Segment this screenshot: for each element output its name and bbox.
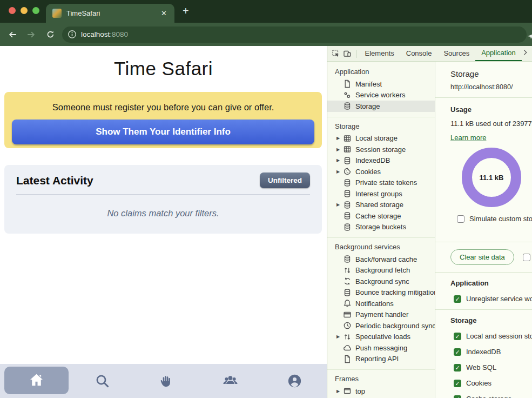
simulate-quota-checkbox[interactable] bbox=[457, 215, 464, 223]
filter-button[interactable]: Unfiltered bbox=[260, 173, 310, 188]
devtools-panel: ElementsConsoleSourcesApplication Applic… bbox=[327, 46, 532, 398]
devtools-tab-sources[interactable]: Sources bbox=[437, 46, 475, 61]
tree-item-cache-storage[interactable]: Cache storage bbox=[327, 210, 435, 222]
forward-button[interactable] bbox=[24, 28, 38, 42]
fetch-icon bbox=[343, 333, 352, 341]
table-icon bbox=[343, 134, 352, 143]
tree-section-application: ApplicationManifestService workersStorag… bbox=[327, 63, 435, 112]
clear-site-data-button[interactable]: Clear site data bbox=[450, 249, 514, 265]
expander-icon[interactable]: ▶ bbox=[336, 389, 343, 394]
checkbox-row-indexeddb: ✓IndexedDB bbox=[450, 348, 532, 356]
file-icon bbox=[343, 79, 352, 88]
expander-icon[interactable]: ▶ bbox=[336, 147, 343, 152]
storage-panel: Storage http://localhost:8080/ Usage 11.… bbox=[435, 62, 532, 398]
tree-item-label: Manifest bbox=[355, 80, 382, 88]
learn-more-link[interactable]: Learn more bbox=[450, 134, 486, 142]
tree-section-title: Storage bbox=[327, 117, 435, 133]
usage-section: Usage 11.1 kB used out of 239779 Learn m… bbox=[435, 98, 532, 242]
tree-item-label: Shared storage bbox=[355, 201, 403, 209]
database-icon bbox=[343, 255, 352, 263]
checkbox-label: Local and session stor bbox=[466, 332, 532, 340]
tab-close-icon[interactable]: ✕ bbox=[160, 9, 168, 17]
address-bar[interactable]: localhost:8080 bbox=[62, 26, 527, 43]
browser-tab[interactable]: TimeSafari ✕ bbox=[46, 4, 174, 23]
activity-heading: Latest Activity bbox=[16, 174, 93, 187]
tree-item-speculative-loads[interactable]: ▶Speculative loads bbox=[327, 331, 435, 343]
inspect-element-icon[interactable] bbox=[331, 48, 342, 59]
latest-activity-card: Latest Activity Unfiltered No claims mat… bbox=[4, 165, 322, 234]
checkbox-web-sql[interactable]: ✓ bbox=[454, 364, 461, 372]
expander-icon[interactable]: ▶ bbox=[336, 334, 343, 339]
checkbox-indexeddb[interactable]: ✓ bbox=[454, 348, 461, 356]
devtools-tab-elements[interactable]: Elements bbox=[359, 46, 400, 61]
tree-item-storage[interactable]: Storage bbox=[327, 101, 435, 112]
more-tabs-icon[interactable] bbox=[522, 49, 529, 58]
tree-section-storage: Storage▶Local storage▶Session storage▶In… bbox=[327, 117, 435, 233]
site-info-icon[interactable] bbox=[68, 30, 77, 39]
device-toolbar-icon[interactable] bbox=[342, 48, 353, 59]
frame-icon bbox=[343, 387, 352, 395]
back-button[interactable] bbox=[5, 28, 19, 42]
tree-item-indexeddb[interactable]: ▶IndexedDB bbox=[327, 155, 435, 167]
url-host: localhost bbox=[81, 30, 110, 38]
tree-item-back-forward-cache[interactable]: Back/forward cache bbox=[327, 254, 435, 265]
tree-item-local-storage[interactable]: ▶Local storage bbox=[327, 133, 435, 144]
checkbox-cookies[interactable]: ✓ bbox=[454, 380, 461, 387]
minimize-window-button[interactable] bbox=[21, 7, 28, 14]
tree-item-session-storage[interactable]: ▶Session storage bbox=[327, 144, 435, 155]
database-icon bbox=[343, 156, 352, 165]
tree-item-label: Storage buckets bbox=[355, 223, 406, 231]
tree-item-cookies[interactable]: ▶Cookies bbox=[327, 166, 435, 177]
tree-item-reporting-api[interactable]: Reporting API bbox=[327, 354, 435, 365]
bookmark-icon[interactable] bbox=[527, 31, 532, 42]
devtools-tab-application[interactable]: Application bbox=[475, 46, 522, 61]
tree-item-periodic-background-sync[interactable]: Periodic background sync bbox=[327, 320, 435, 331]
url-text: localhost:8080 bbox=[81, 30, 128, 38]
tree-item-notifications[interactable]: Notifications bbox=[327, 298, 435, 309]
tree-item-payment-handler[interactable]: Payment handler bbox=[327, 309, 435, 321]
tree-item-bounce-tracking-mitigation[interactable]: Bounce tracking mitigation bbox=[327, 287, 435, 298]
tab-title: TimeSafari bbox=[66, 9, 160, 17]
reload-button[interactable] bbox=[43, 28, 57, 42]
nav-search-button[interactable] bbox=[70, 364, 134, 398]
tree-item-label: Bounce tracking mitigation bbox=[355, 288, 435, 296]
tree-section-title: Application bbox=[327, 63, 435, 78]
tree-item-top[interactable]: ▶top bbox=[327, 386, 435, 397]
tree-item-label: Cookies bbox=[355, 168, 381, 176]
show-identifier-button[interactable]: Show Them Your Identifier Info bbox=[12, 120, 314, 144]
expander-icon[interactable]: ▶ bbox=[336, 158, 343, 163]
checkbox-local-and-session-stor[interactable]: ✓ bbox=[454, 333, 461, 340]
tree-item-manifest[interactable]: Manifest bbox=[327, 78, 435, 90]
nav-community-button[interactable] bbox=[198, 364, 262, 398]
tree-item-label: Push messaging bbox=[355, 344, 407, 352]
checkbox-unregister-service-wor[interactable]: ✓ bbox=[454, 295, 461, 303]
tree-item-storage-buckets[interactable]: Storage buckets bbox=[327, 222, 435, 233]
clock-icon bbox=[343, 321, 352, 330]
tree-item-background-sync[interactable]: Background sync bbox=[327, 276, 435, 287]
tree-item-label: Interest groups bbox=[355, 190, 402, 198]
maximize-window-button[interactable] bbox=[32, 7, 39, 14]
tree-item-background-fetch[interactable]: Background fetch bbox=[327, 265, 435, 276]
checkbox-row-unregister-service-wor: ✓Unregister service wor bbox=[450, 295, 532, 303]
tree-item-interest-groups[interactable]: Interest groups bbox=[327, 188, 435, 200]
bottom-navigation bbox=[0, 364, 327, 398]
close-window-button[interactable] bbox=[9, 7, 16, 14]
expander-icon[interactable]: ▶ bbox=[336, 202, 343, 207]
page-title: Time Safari bbox=[0, 58, 327, 79]
expander-icon[interactable]: ▶ bbox=[336, 136, 343, 141]
nav-offer-button[interactable] bbox=[134, 364, 199, 398]
expander-icon[interactable]: ▶ bbox=[336, 169, 343, 174]
checkbox-cache-storage[interactable]: ✓ bbox=[454, 395, 461, 398]
include-cookies-checkbox[interactable] bbox=[523, 254, 530, 261]
nav-profile-button[interactable] bbox=[262, 364, 327, 398]
devtools-tab-console[interactable]: Console bbox=[400, 46, 438, 61]
tree-item-shared-storage[interactable]: ▶Shared storage bbox=[327, 200, 435, 211]
tree-item-label: Background sync bbox=[355, 277, 409, 286]
nav-home-button[interactable] bbox=[4, 367, 69, 394]
new-tab-button[interactable]: + bbox=[183, 5, 189, 17]
tree-item-push-messaging[interactable]: Push messaging bbox=[327, 342, 435, 354]
tree-item-service-workers[interactable]: Service workers bbox=[327, 90, 435, 101]
tree-item-private-state-tokens[interactable]: Private state tokens bbox=[327, 177, 435, 189]
sync-icon bbox=[343, 277, 352, 286]
tree-item-label: Periodic background sync bbox=[355, 322, 435, 330]
